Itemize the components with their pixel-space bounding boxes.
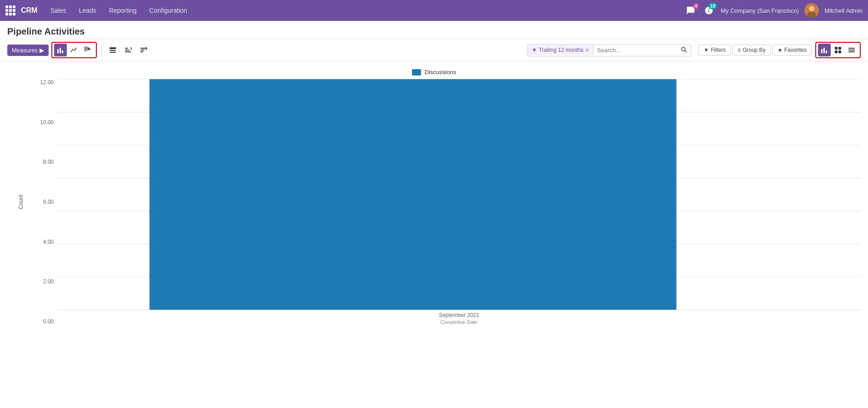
svg-rect-12: [140, 50, 145, 50]
y-tick-6: 6.00: [43, 199, 54, 205]
filters-label: Filters: [711, 47, 726, 53]
page-header: Pipeline Activities: [0, 21, 868, 39]
group-by-button[interactable]: ≡ Group By: [733, 45, 771, 55]
search-input[interactable]: [593, 45, 677, 55]
legend-color-swatch: [412, 69, 421, 76]
chart-container: Discussions Count 12.00 10.00 8.00 6.00 …: [0, 61, 868, 328]
svg-rect-18: [826, 50, 827, 53]
x-axis-label: September 2021: [439, 312, 479, 318]
filter-tag-label: Trailing 12 months: [539, 47, 583, 53]
search-bar: ▼ Trailing 12 months ✕: [527, 44, 691, 56]
nav-item-configuration[interactable]: Configuration: [144, 5, 192, 16]
x-axis-sublabel: Completion Date: [439, 319, 479, 325]
star-icon: ★: [778, 47, 783, 53]
chat-badge: 4: [693, 3, 699, 9]
filter-icon: ▼: [703, 47, 709, 53]
chat-notification[interactable]: 4: [684, 4, 697, 17]
legend-label: Discussions: [425, 69, 456, 76]
top-navigation: CRM Sales Leads Reporting Configuration …: [0, 0, 868, 21]
filter-controls: ▼ Filters ≡ Group By ★ Favorites: [698, 45, 812, 55]
view-mode-group: [815, 42, 861, 58]
y-axis: 12.00 10.00 8.00 6.00 4.00 2.00 0.00: [35, 79, 57, 325]
nav-item-sales[interactable]: Sales: [45, 5, 71, 16]
x-axis-labels: September 2021 Completion Date: [57, 310, 861, 325]
chart-svg-area: September 2021 Completion Date: [57, 79, 861, 325]
bar-chart-svg: [57, 79, 861, 310]
svg-rect-19: [835, 47, 838, 50]
nav-item-leads[interactable]: Leads: [73, 5, 101, 16]
svg-rect-9: [125, 50, 129, 50]
y-tick-10: 10.00: [40, 119, 54, 126]
y-axis-label: Count: [18, 195, 24, 209]
chart-wrapper: Count 12.00 10.00 8.00 6.00 4.00 2.00 0.…: [7, 79, 861, 325]
filter-tag-close[interactable]: ✕: [585, 47, 589, 53]
svg-point-1: [807, 12, 816, 18]
svg-rect-7: [110, 52, 116, 53]
nav-menu: Sales Leads Reporting Configuration: [45, 5, 684, 16]
stack-button[interactable]: [106, 44, 119, 56]
svg-rect-34: [150, 79, 677, 310]
group-by-icon: ≡: [738, 47, 741, 53]
list-view-button[interactable]: [845, 44, 858, 56]
svg-rect-20: [838, 47, 841, 50]
svg-rect-21: [835, 50, 838, 53]
pie-chart-button[interactable]: [81, 44, 94, 56]
user-name: Mitchell Admin: [824, 7, 863, 14]
app-logo[interactable]: CRM: [5, 5, 37, 15]
grid-icon: [5, 5, 15, 15]
svg-rect-11: [140, 48, 146, 49]
svg-rect-23: [848, 48, 855, 49]
bar-chart-button[interactable]: [54, 44, 67, 56]
sort-asc-button[interactable]: [122, 44, 135, 56]
page-title: Pipeline Activities: [7, 26, 861, 37]
svg-rect-3: [60, 48, 61, 53]
toolbar-separator-1: [101, 45, 102, 55]
company-name: My Company (San Francisco): [721, 7, 799, 14]
toolbar: Measures ▶: [0, 39, 868, 61]
svg-rect-5: [110, 47, 116, 49]
svg-rect-8: [125, 48, 128, 49]
svg-rect-22: [838, 50, 841, 53]
favorites-label: Favorites: [784, 47, 807, 53]
grid-view-button[interactable]: [832, 44, 844, 56]
y-tick-2: 2.00: [43, 278, 54, 285]
sort-desc-button[interactable]: [137, 44, 150, 56]
y-tick-4: 4.00: [43, 239, 54, 245]
measures-button[interactable]: Measures ▶: [7, 45, 49, 56]
nav-item-reporting[interactable]: Reporting: [104, 5, 142, 16]
svg-rect-2: [57, 49, 59, 53]
svg-rect-25: [848, 51, 855, 52]
user-avatar[interactable]: [804, 3, 819, 18]
chart-legend: Discussions: [7, 69, 861, 76]
svg-rect-6: [110, 50, 116, 51]
svg-point-14: [682, 47, 685, 51]
topnav-right: 4 18 My Company (San Francisco) Mitchell…: [684, 3, 863, 18]
activity-notification[interactable]: 18: [702, 4, 715, 17]
svg-point-0: [809, 6, 814, 11]
y-tick-8: 8.00: [43, 159, 54, 165]
toolbar-right: ▼ Trailing 12 months ✕ ▼ Filters ≡ Group…: [524, 42, 861, 58]
favorites-button[interactable]: ★ Favorites: [773, 45, 812, 55]
svg-rect-17: [823, 48, 825, 53]
svg-rect-4: [62, 50, 63, 53]
svg-rect-24: [848, 50, 855, 50]
toolbar-left: Measures ▶: [7, 42, 150, 58]
funnel-icon: ▼: [532, 47, 537, 53]
chart-type-group: [51, 42, 97, 58]
svg-line-15: [685, 50, 687, 52]
search-button[interactable]: [677, 45, 691, 56]
filters-button[interactable]: ▼ Filters: [698, 45, 731, 55]
measures-arrow: ▶: [40, 47, 44, 54]
activity-badge: 18: [708, 3, 717, 9]
svg-rect-16: [821, 49, 823, 53]
line-chart-button[interactable]: [68, 44, 80, 56]
y-tick-0: 0.00: [43, 318, 54, 325]
svg-rect-10: [125, 51, 131, 52]
app-name: CRM: [21, 6, 37, 15]
y-tick-12: 12.00: [40, 79, 54, 86]
bar-view-button[interactable]: [818, 44, 831, 56]
measures-label: Measures: [12, 47, 38, 54]
svg-rect-13: [140, 51, 143, 52]
filter-tag: ▼ Trailing 12 months ✕: [528, 45, 593, 55]
group-by-label: Group By: [743, 47, 766, 53]
